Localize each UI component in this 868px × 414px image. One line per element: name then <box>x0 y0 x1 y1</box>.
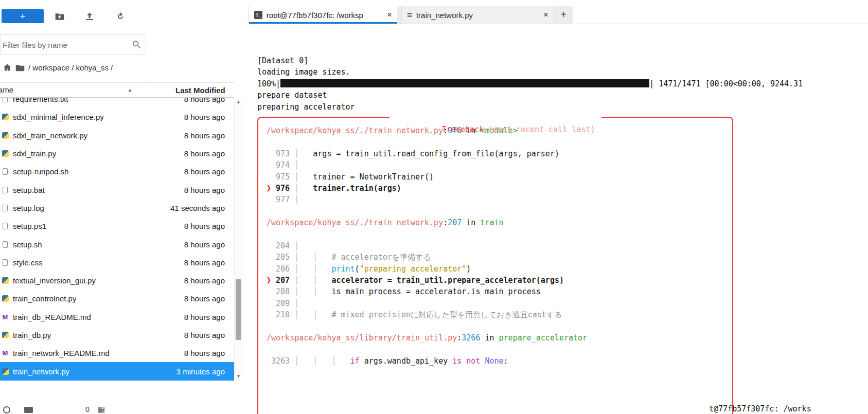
file-row[interactable]: setup.sh8 hours ago <box>0 235 234 253</box>
file-list-header: Name ▲ Last Modified <box>0 82 234 98</box>
refresh-button[interactable] <box>115 11 127 22</box>
file-row[interactable]: requirements.txt8 hours ago <box>0 98 234 108</box>
scroll-up-icon[interactable]: ▲ <box>235 100 242 104</box>
upload-button[interactable] <box>84 11 96 22</box>
text-segment: │ <box>294 184 299 193</box>
file-row[interactable]: setup.ps18 hours ago <box>0 217 234 235</box>
text-file-icon: ≡ <box>407 11 412 20</box>
python-icon <box>2 332 9 338</box>
traceback-title-text: Traceback <box>442 125 484 134</box>
tabs-strip: $_ root@77fb57f307fc: /worksp × ≡ train_… <box>249 6 573 24</box>
text-segment: loading image sizes. <box>257 67 350 77</box>
text-segment: ) <box>466 264 471 274</box>
file-row[interactable]: style.css8 hours ago <box>0 254 234 272</box>
close-icon[interactable]: × <box>539 10 548 20</box>
scroll-down-icon[interactable]: ▼ <box>235 374 242 379</box>
file-row[interactable]: Mtrain_network_README.md8 hours ago <box>0 344 234 362</box>
file-name: textual_inversion_gui.py <box>13 276 96 285</box>
new-tab-button[interactable]: + <box>554 6 573 24</box>
file-modified: 8 hours ago <box>184 313 225 321</box>
folder-icon[interactable] <box>15 64 25 71</box>
traceback-line: 206 │ │ print("preparing accelerator") <box>267 263 732 275</box>
file-icon-cell <box>1 168 9 175</box>
text-segment: print <box>331 264 355 274</box>
terminal-line: loading image sizes. <box>257 66 868 78</box>
text-segment <box>462 356 466 366</box>
file-row[interactable]: train_controlnet.py8 hours ago <box>0 290 234 308</box>
file-list-scrollbar[interactable]: ▲ ▼ <box>234 98 242 381</box>
python-icon <box>2 150 9 157</box>
filter-input[interactable] <box>2 35 126 55</box>
text-segment: │ <box>294 149 299 158</box>
file-row[interactable]: setup-runpod.sh8 hours ago <box>0 163 234 181</box>
file-modified: 8 hours ago <box>184 331 225 339</box>
file-name: style.css <box>13 258 43 267</box>
text-segment: │ <box>294 160 299 170</box>
file-row[interactable]: train_network.py3 minutes ago <box>0 362 234 380</box>
refresh-icon <box>115 11 126 22</box>
column-header-name[interactable]: Name <box>0 85 13 94</box>
breadcrumb[interactable]: / workspace / kohya_ss / <box>3 61 113 74</box>
status-count: 0 <box>85 405 90 413</box>
text-segment: if <box>350 356 360 366</box>
traceback-line: 208 │ │ is_main_process = accelerator.is… <box>267 286 732 297</box>
traceback-line: /workspace/kohya_ss/library/train_util.p… <box>267 332 732 344</box>
file-row[interactable]: textual_inversion_gui.py8 hours ago <box>0 272 234 290</box>
column-header-modified[interactable]: Last Modified <box>175 85 225 96</box>
traceback-line: 204 │ <box>267 240 732 251</box>
close-icon[interactable]: × <box>383 10 392 20</box>
text-segment: 976 <box>276 184 294 193</box>
tab-terminal[interactable]: $_ root@77fb57f307fc: /worksp × <box>249 6 397 24</box>
terminal-line: 100%|| 1471/1471 [00:00<00:00, 9244.31 <box>257 78 868 89</box>
kernel-status-icon[interactable] <box>3 406 10 413</box>
new-launcher-button[interactable]: + <box>2 9 44 23</box>
text-segment: 3263 <box>267 356 294 366</box>
text-segment: │ <box>294 172 299 182</box>
file-name: train_network.py <box>13 367 69 376</box>
file-icon-cell <box>1 277 9 284</box>
file-row[interactable]: sdxl_train.py8 hours ago <box>0 145 234 163</box>
terminal[interactable]: [Dataset 0]loading image sizes.100%|| 14… <box>242 24 868 414</box>
status-grid-icon[interactable]: ▦ <box>98 405 105 414</box>
file-name: requirements.txt <box>13 98 68 103</box>
terminal-status-icon[interactable] <box>24 407 33 413</box>
text-segment: │ <box>294 241 299 250</box>
file-name: setup.log <box>13 204 44 212</box>
file-icon-cell: M <box>1 349 9 357</box>
file-row[interactable]: sdxl_train_network.py8 hours ago <box>0 127 234 145</box>
file-modified: 41 seconds ago <box>170 204 225 212</box>
file-row[interactable]: sdxl_minimal_inference.py8 hours ago <box>0 108 234 126</box>
text-segment: 100%| <box>257 79 280 88</box>
file-icon-cell <box>1 98 9 102</box>
text-segment: 206 <box>267 264 294 274</box>
file-row[interactable]: Mtrain_db_README.md8 hours ago <box>0 308 234 326</box>
new-folder-button[interactable] <box>55 11 66 22</box>
text-segment: 975 <box>267 172 294 182</box>
file-row[interactable]: train_db.py8 hours ago <box>0 326 234 344</box>
file-icon-cell <box>1 295 9 302</box>
traceback-title: Traceback(most recent call last) <box>389 111 601 123</box>
file-row[interactable]: setup.log41 seconds ago <box>0 199 234 217</box>
text-segment: │ <box>294 195 299 204</box>
sort-ascending-icon[interactable]: ▲ <box>128 87 132 93</box>
file-icon-cell <box>1 259 9 266</box>
home-icon[interactable] <box>3 63 12 71</box>
markdown-icon: M <box>1 313 9 321</box>
file-icon-cell <box>1 150 9 157</box>
scrollbar-thumb[interactable] <box>236 279 241 340</box>
traceback-line: 973 │ args = train_util.read_config_from… <box>267 148 732 159</box>
text-segment: : <box>504 356 508 366</box>
traceback-line <box>267 344 732 355</box>
new-folder-icon <box>55 11 65 22</box>
breadcrumb-path[interactable]: / workspace / kohya_ss / <box>28 63 113 72</box>
text-segment: : <box>457 333 462 343</box>
text-segment: 205 <box>267 253 294 262</box>
terminal-output: [Dataset 0]loading image sizes.100%|| 14… <box>257 55 868 113</box>
file-row[interactable]: setup.bat8 hours ago <box>0 181 234 199</box>
text-segment: args = train_util.read_config_from_file(… <box>299 149 559 158</box>
traceback-line: 974 │ <box>267 159 732 171</box>
file-icon-cell <box>1 332 9 338</box>
file-name: setup.ps1 <box>13 222 46 230</box>
file-icon-cell <box>1 368 9 375</box>
tab-train-network-py[interactable]: ≡ train_network.py × <box>401 6 554 24</box>
